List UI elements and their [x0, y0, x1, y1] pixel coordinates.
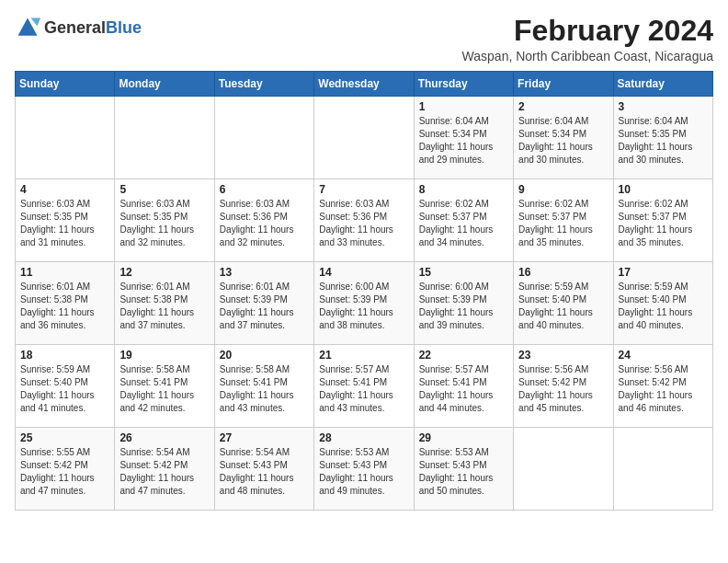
day-info: Sunrise: 5:59 AM Sunset: 5:40 PM Dayligh…	[518, 281, 608, 332]
day-number: 24	[619, 349, 708, 362]
day-number: 27	[220, 431, 309, 444]
day-number: 5	[119, 183, 209, 196]
calendar-cell: 5Sunrise: 6:03 AM Sunset: 5:35 PM Daylig…	[115, 179, 214, 262]
calendar-week-1: 1Sunrise: 6:04 AM Sunset: 5:34 PM Daylig…	[16, 97, 713, 179]
calendar-cell: 27Sunrise: 5:54 AM Sunset: 5:43 PM Dayli…	[214, 428, 313, 511]
day-info: Sunrise: 5:57 AM Sunset: 5:41 PM Dayligh…	[319, 363, 408, 415]
day-number: 20	[220, 349, 309, 362]
calendar-cell: 10Sunrise: 6:02 AM Sunset: 5:37 PM Dayli…	[613, 179, 712, 262]
calendar-cell: 24Sunrise: 5:56 AM Sunset: 5:42 PM Dayli…	[613, 345, 712, 428]
page-header: GeneralBlue February 2024 Waspan, North …	[15, 15, 713, 63]
day-number: 13	[220, 266, 309, 279]
weekday-header-saturday: Saturday	[613, 72, 712, 97]
svg-marker-1	[31, 18, 41, 27]
day-info: Sunrise: 6:03 AM Sunset: 5:35 PM Dayligh…	[20, 198, 109, 249]
day-number: 12	[119, 266, 209, 279]
day-number: 15	[419, 266, 508, 279]
calendar-cell	[613, 428, 712, 511]
day-number: 25	[20, 431, 109, 444]
calendar-cell: 16Sunrise: 5:59 AM Sunset: 5:40 PM Dayli…	[514, 262, 613, 345]
location-subtitle: Waspan, North Caribbean Coast, Nicaragua	[462, 49, 713, 63]
day-info: Sunrise: 6:00 AM Sunset: 5:39 PM Dayligh…	[319, 281, 408, 332]
calendar-week-3: 11Sunrise: 6:01 AM Sunset: 5:38 PM Dayli…	[16, 262, 713, 345]
calendar-cell: 4Sunrise: 6:03 AM Sunset: 5:35 PM Daylig…	[16, 179, 115, 262]
day-number: 17	[619, 266, 708, 279]
day-number: 7	[319, 183, 408, 196]
day-info: Sunrise: 6:01 AM Sunset: 5:38 PM Dayligh…	[119, 281, 209, 332]
day-number: 1	[419, 100, 508, 113]
calendar-cell: 21Sunrise: 5:57 AM Sunset: 5:41 PM Dayli…	[314, 345, 414, 428]
day-info: Sunrise: 5:59 AM Sunset: 5:40 PM Dayligh…	[20, 363, 109, 415]
calendar-cell: 12Sunrise: 6:01 AM Sunset: 5:38 PM Dayli…	[115, 262, 214, 345]
weekday-header-wednesday: Wednesday	[314, 72, 414, 97]
day-number: 4	[20, 183, 109, 196]
calendar-cell	[16, 97, 115, 179]
calendar-cell: 18Sunrise: 5:59 AM Sunset: 5:40 PM Dayli…	[16, 345, 115, 428]
day-info: Sunrise: 5:56 AM Sunset: 5:42 PM Dayligh…	[518, 363, 608, 415]
day-number: 16	[518, 266, 608, 279]
day-info: Sunrise: 6:03 AM Sunset: 5:36 PM Dayligh…	[220, 198, 309, 249]
calendar-cell: 1Sunrise: 6:04 AM Sunset: 5:34 PM Daylig…	[414, 97, 513, 179]
day-info: Sunrise: 6:01 AM Sunset: 5:38 PM Dayligh…	[20, 281, 109, 332]
calendar-cell: 19Sunrise: 5:58 AM Sunset: 5:41 PM Dayli…	[115, 345, 214, 428]
weekday-header-monday: Monday	[115, 72, 214, 97]
day-number: 28	[319, 431, 408, 444]
calendar-cell: 9Sunrise: 6:02 AM Sunset: 5:37 PM Daylig…	[514, 179, 613, 262]
logo-general: GeneralBlue	[44, 19, 142, 37]
calendar-cell: 14Sunrise: 6:00 AM Sunset: 5:39 PM Dayli…	[314, 262, 414, 345]
day-number: 8	[419, 183, 508, 196]
day-info: Sunrise: 6:00 AM Sunset: 5:39 PM Dayligh…	[419, 281, 508, 332]
day-info: Sunrise: 6:01 AM Sunset: 5:39 PM Dayligh…	[220, 281, 309, 332]
calendar-cell: 22Sunrise: 5:57 AM Sunset: 5:41 PM Dayli…	[414, 345, 513, 428]
calendar-week-5: 25Sunrise: 5:55 AM Sunset: 5:42 PM Dayli…	[16, 428, 713, 511]
calendar-cell: 28Sunrise: 5:53 AM Sunset: 5:43 PM Dayli…	[314, 428, 414, 511]
calendar-cell: 11Sunrise: 6:01 AM Sunset: 5:38 PM Dayli…	[16, 262, 115, 345]
calendar-cell: 7Sunrise: 6:03 AM Sunset: 5:36 PM Daylig…	[314, 179, 414, 262]
logo: GeneralBlue	[15, 15, 142, 40]
day-info: Sunrise: 6:04 AM Sunset: 5:34 PM Dayligh…	[518, 115, 608, 167]
calendar-body: 1Sunrise: 6:04 AM Sunset: 5:34 PM Daylig…	[16, 97, 713, 511]
logo-icon	[15, 15, 40, 40]
day-number: 10	[619, 183, 708, 196]
calendar-cell: 17Sunrise: 5:59 AM Sunset: 5:40 PM Dayli…	[613, 262, 712, 345]
calendar-cell: 26Sunrise: 5:54 AM Sunset: 5:42 PM Dayli…	[115, 428, 214, 511]
calendar-cell: 3Sunrise: 6:04 AM Sunset: 5:35 PM Daylig…	[613, 97, 712, 179]
day-info: Sunrise: 6:03 AM Sunset: 5:36 PM Dayligh…	[319, 198, 408, 249]
weekday-header-friday: Friday	[514, 72, 613, 97]
day-info: Sunrise: 5:55 AM Sunset: 5:42 PM Dayligh…	[20, 446, 109, 498]
day-number: 23	[518, 349, 608, 362]
day-info: Sunrise: 6:04 AM Sunset: 5:35 PM Dayligh…	[619, 115, 708, 167]
day-info: Sunrise: 5:58 AM Sunset: 5:41 PM Dayligh…	[220, 363, 309, 415]
day-info: Sunrise: 6:03 AM Sunset: 5:35 PM Dayligh…	[119, 198, 209, 249]
day-number: 11	[20, 266, 109, 279]
weekday-header-row: SundayMondayTuesdayWednesdayThursdayFrid…	[16, 72, 713, 97]
day-number: 2	[518, 100, 608, 113]
weekday-header-sunday: Sunday	[16, 72, 115, 97]
calendar-cell: 2Sunrise: 6:04 AM Sunset: 5:34 PM Daylig…	[514, 97, 613, 179]
day-info: Sunrise: 5:58 AM Sunset: 5:41 PM Dayligh…	[119, 363, 209, 415]
calendar-cell: 6Sunrise: 6:03 AM Sunset: 5:36 PM Daylig…	[214, 179, 313, 262]
day-info: Sunrise: 6:02 AM Sunset: 5:37 PM Dayligh…	[518, 198, 608, 249]
calendar-cell	[214, 97, 313, 179]
day-info: Sunrise: 5:54 AM Sunset: 5:42 PM Dayligh…	[119, 446, 209, 498]
day-number: 22	[419, 349, 508, 362]
day-number: 14	[319, 266, 408, 279]
calendar-cell	[314, 97, 414, 179]
day-info: Sunrise: 5:59 AM Sunset: 5:40 PM Dayligh…	[619, 281, 708, 332]
day-info: Sunrise: 6:02 AM Sunset: 5:37 PM Dayligh…	[619, 198, 708, 249]
day-info: Sunrise: 6:04 AM Sunset: 5:34 PM Dayligh…	[419, 115, 508, 167]
calendar-cell	[514, 428, 613, 511]
calendar-cell: 13Sunrise: 6:01 AM Sunset: 5:39 PM Dayli…	[214, 262, 313, 345]
day-info: Sunrise: 6:02 AM Sunset: 5:37 PM Dayligh…	[419, 198, 508, 249]
day-info: Sunrise: 5:53 AM Sunset: 5:43 PM Dayligh…	[419, 446, 508, 498]
calendar-cell: 23Sunrise: 5:56 AM Sunset: 5:42 PM Dayli…	[514, 345, 613, 428]
month-year-title: February 2024	[462, 15, 713, 47]
calendar-cell: 15Sunrise: 6:00 AM Sunset: 5:39 PM Dayli…	[414, 262, 513, 345]
weekday-header-thursday: Thursday	[414, 72, 513, 97]
day-number: 3	[619, 100, 708, 113]
day-info: Sunrise: 5:57 AM Sunset: 5:41 PM Dayligh…	[419, 363, 508, 415]
day-number: 6	[220, 183, 309, 196]
calendar-table: SundayMondayTuesdayWednesdayThursdayFrid…	[15, 71, 713, 511]
day-number: 9	[518, 183, 608, 196]
calendar-cell: 29Sunrise: 5:53 AM Sunset: 5:43 PM Dayli…	[414, 428, 513, 511]
